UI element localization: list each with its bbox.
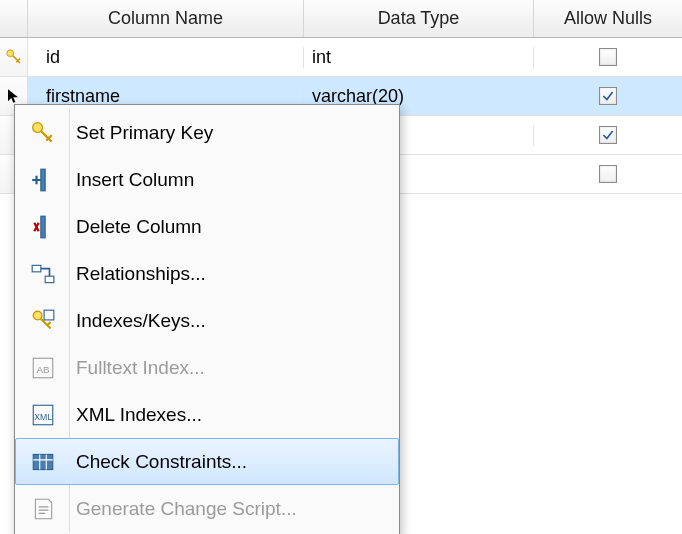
header-column-name[interactable]: Column Name bbox=[28, 0, 304, 37]
column-name-cell[interactable]: id bbox=[28, 47, 304, 68]
grid-header: Column Name Data Type Allow Nulls bbox=[0, 0, 682, 38]
primary-key-icon bbox=[5, 48, 23, 66]
menu-item-label: Insert Column bbox=[70, 169, 194, 191]
script-icon bbox=[16, 496, 70, 522]
menu-item-label: Generate Change Script... bbox=[70, 498, 297, 520]
header-allow-nulls[interactable]: Allow Nulls bbox=[534, 0, 682, 37]
table-row[interactable]: idint bbox=[0, 38, 682, 77]
row-pointer-icon bbox=[6, 88, 22, 104]
indexes-icon bbox=[16, 308, 70, 334]
allow-nulls-checkbox[interactable] bbox=[599, 126, 617, 144]
menu-item-relationships[interactable]: Relationships... bbox=[15, 250, 399, 297]
allow-nulls-checkbox[interactable] bbox=[599, 165, 617, 183]
allow-nulls-checkbox[interactable] bbox=[599, 87, 617, 105]
fulltext-icon bbox=[16, 355, 70, 381]
row-gutter[interactable] bbox=[0, 38, 28, 76]
menu-item-xml[interactable]: XML Indexes... bbox=[15, 391, 399, 438]
header-gutter bbox=[0, 0, 28, 37]
check-mark-icon bbox=[601, 89, 615, 103]
menu-item-label: Set Primary Key bbox=[70, 122, 213, 144]
xml-icon bbox=[16, 402, 70, 428]
data-type-cell[interactable]: int bbox=[304, 47, 534, 68]
allow-nulls-cell[interactable] bbox=[534, 87, 682, 105]
menu-item-insert-col[interactable]: Insert Column bbox=[15, 156, 399, 203]
menu-item-check[interactable]: Check Constraints... bbox=[15, 438, 399, 485]
menu-item-fulltext: Fulltext Index... bbox=[15, 344, 399, 391]
menu-item-label: Indexes/Keys... bbox=[70, 310, 206, 332]
menu-item-label: Fulltext Index... bbox=[70, 357, 205, 379]
menu-item-label: Check Constraints... bbox=[70, 451, 247, 473]
context-menu: Set Primary KeyInsert ColumnDelete Colum… bbox=[14, 104, 400, 534]
menu-item-label: Delete Column bbox=[70, 216, 202, 238]
relationships-icon bbox=[16, 261, 70, 287]
allow-nulls-cell[interactable] bbox=[534, 126, 682, 144]
menu-item-delete-col[interactable]: Delete Column bbox=[15, 203, 399, 250]
header-data-type[interactable]: Data Type bbox=[304, 0, 534, 37]
menu-item-key[interactable]: Set Primary Key bbox=[15, 109, 399, 156]
allow-nulls-cell[interactable] bbox=[534, 48, 682, 66]
insert-col-icon bbox=[16, 167, 70, 193]
allow-nulls-checkbox[interactable] bbox=[599, 48, 617, 66]
check-icon bbox=[16, 449, 70, 475]
check-mark-icon bbox=[601, 128, 615, 142]
menu-item-indexes[interactable]: Indexes/Keys... bbox=[15, 297, 399, 344]
menu-item-label: Relationships... bbox=[70, 263, 206, 285]
menu-item-label: XML Indexes... bbox=[70, 404, 202, 426]
delete-col-icon bbox=[16, 214, 70, 240]
allow-nulls-cell[interactable] bbox=[534, 165, 682, 183]
key-icon bbox=[16, 120, 70, 146]
menu-item-script: Generate Change Script... bbox=[15, 485, 399, 532]
